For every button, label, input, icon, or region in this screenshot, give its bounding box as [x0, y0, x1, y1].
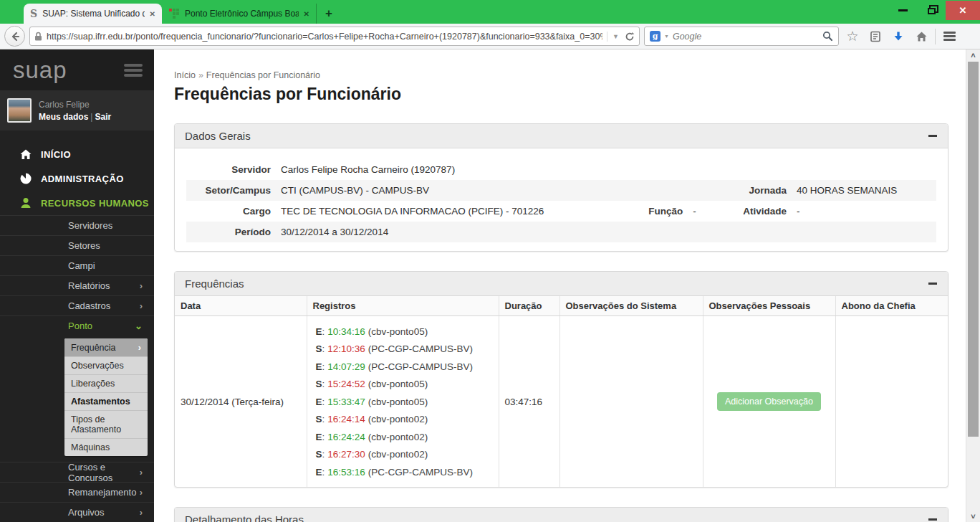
menu-button[interactable] — [940, 27, 959, 46]
bookmark-star-button[interactable]: ☆ — [843, 27, 862, 46]
tab-title: SUAP: Sistema Unificado de A... — [42, 9, 144, 19]
url-text[interactable]: https://suap.ifrr.edu.br/ponto/frequenci… — [47, 32, 602, 42]
registro-entry: S:15:24:52(cbv-ponto05) — [316, 377, 490, 391]
restore-button[interactable] — [917, 1, 946, 20]
sidebar-item-arquivos[interactable]: Arquivos› — [0, 502, 154, 522]
meus-dados-link[interactable]: Meus dados — [39, 112, 88, 122]
tab-suap[interactable]: S SUAP: Sistema Unificado de A... ✕ — [24, 4, 162, 24]
breadcrumb: Início»Frequências por Funcionário — [174, 70, 948, 80]
sidebar-item-setores[interactable]: Setores — [0, 235, 154, 255]
collapse-button[interactable] — [928, 279, 938, 289]
field-servidor: Servidor Carlos Felipe Rocha Carneiro (1… — [186, 159, 936, 180]
scroll-down-icon[interactable]: ˅ — [966, 512, 980, 521]
cell-obs-pessoais: Adicionar Observação — [703, 316, 835, 488]
avatar — [7, 98, 32, 123]
sidebar-item-cursos-concursos[interactable]: Cursos e Concursos› — [0, 462, 154, 482]
url-dropdown-icon[interactable]: ▼ — [612, 33, 619, 40]
cell-duracao: 03:47:16 — [499, 316, 559, 488]
new-tab-button[interactable]: + — [317, 4, 341, 24]
vertical-scrollbar[interactable]: ˄ ˅ — [966, 49, 980, 522]
user-name: Carlos Felipe — [39, 100, 111, 110]
cell-registros: E:10:34:16(cbv-ponto05) S:12:10:36(PC-CG… — [307, 316, 499, 488]
padlock-icon — [34, 32, 42, 41]
home-icon — [916, 31, 928, 42]
chevron-right-icon: › — [138, 342, 141, 353]
if-logo-favicon-icon — [168, 8, 180, 19]
submenu-item-frequencia[interactable]: Frequência› — [64, 338, 148, 356]
show-bookmarks-button[interactable] — [866, 27, 885, 46]
chevron-right-icon: › — [140, 507, 143, 518]
tab-close-icon[interactable]: ✕ — [304, 10, 309, 18]
sidebar-item-administracao[interactable]: ADMINISTRAÇÃO — [0, 166, 154, 191]
col-obs-sistema: Observações do Sistema — [559, 296, 703, 316]
sidebar: suap Carlos Felipe Meus dados|Sair INÍCI… — [0, 49, 154, 522]
breadcrumb-home-link[interactable]: Início — [174, 70, 196, 80]
person-icon — [20, 197, 32, 209]
panel-title: Dados Gerais — [185, 130, 928, 142]
download-arrow-icon — [893, 31, 904, 42]
submenu-item-maquinas[interactable]: Máquinas — [64, 438, 148, 456]
submenu-item-afastamentos[interactable]: Afastamentos — [64, 392, 148, 410]
breadcrumb-current: Frequências por Funcionário — [206, 70, 320, 80]
search-icon[interactable] — [822, 31, 833, 42]
pie-chart-icon — [20, 173, 32, 184]
registro-entry: E:16:24:24(cbv-ponto02) — [316, 430, 490, 444]
window-controls: ✕ — [888, 0, 980, 20]
sidebar-item-campi[interactable]: Campi — [0, 255, 154, 275]
sidebar-item-servidores[interactable]: Servidores — [0, 215, 154, 235]
chevron-right-icon: › — [140, 280, 143, 291]
chevron-right-icon: › — [140, 487, 143, 498]
col-obs-pessoais: Observações Pessoais — [703, 296, 835, 316]
sidebar-item-ponto[interactable]: Ponto⌄ — [0, 315, 154, 336]
frequencias-panel: Frequências Data Registros Duração Obser… — [174, 271, 948, 488]
home-button[interactable] — [912, 27, 931, 46]
suap-favicon-icon: S — [30, 8, 37, 19]
submenu-item-tipos-afastamento[interactable]: Tipos de Afastamento — [64, 410, 148, 438]
tab-close-icon[interactable]: ✕ — [150, 10, 155, 18]
suap-logo: suap — [13, 57, 67, 84]
ponto-submenu: Frequência› Observações Liberações Afast… — [64, 338, 148, 456]
chevron-right-icon: › — [140, 467, 143, 478]
url-bar[interactable]: https://suap.ifrr.edu.br/ponto/frequenci… — [29, 27, 640, 46]
search-box[interactable]: g ▼ Google — [644, 27, 839, 46]
field-periodo: Período 30/12/2014 a 30/12/2014 — [186, 222, 936, 242]
col-registros: Registros — [307, 296, 499, 316]
collapse-button[interactable] — [928, 131, 938, 141]
page-title: Frequências por Funcionário — [174, 85, 948, 104]
back-button[interactable] — [4, 26, 25, 47]
sidebar-item-relatorios[interactable]: Relatórios› — [0, 275, 154, 295]
downloads-button[interactable] — [889, 27, 908, 46]
google-favicon-icon[interactable]: g — [650, 31, 660, 42]
sidebar-item-cadastros[interactable]: Cadastros› — [0, 295, 154, 315]
home-icon — [20, 149, 32, 160]
collapse-button[interactable] — [928, 515, 938, 522]
submenu-item-liberacoes[interactable]: Liberações — [64, 374, 148, 392]
registro-entry: S:12:10:36(PC-CGP-CAMPUS-BV) — [316, 342, 490, 356]
star-icon: ☆ — [846, 28, 858, 44]
close-window-button[interactable]: ✕ — [946, 1, 980, 20]
panel-title: Frequências — [185, 277, 928, 290]
sidebar-hamburger-icon[interactable] — [124, 62, 143, 79]
scroll-up-icon[interactable]: ˄ — [966, 51, 980, 60]
search-placeholder[interactable]: Google — [673, 32, 819, 42]
minimize-button[interactable] — [888, 1, 917, 20]
cell-obs-sistema — [559, 316, 703, 488]
submenu-item-observacoes[interactable]: Observações — [64, 356, 148, 374]
sidebar-item-recursos-humanos[interactable]: RECURSOS HUMANOS — [0, 191, 154, 215]
col-duracao: Duração — [499, 296, 559, 316]
search-engine-dropdown-icon[interactable]: ▼ — [664, 34, 669, 39]
sidebar-item-inicio[interactable]: INÍCIO — [0, 142, 154, 166]
browser-titlebar: S SUAP: Sistema Unificado de A... ✕ Pont… — [0, 0, 980, 24]
frequencias-table: Data Registros Duração Observações do Si… — [175, 296, 948, 487]
adicionar-observacao-button[interactable]: Adicionar Observação — [717, 392, 821, 411]
sair-link[interactable]: Sair — [95, 112, 111, 122]
registro-entry: E:15:33:47(cbv-ponto05) — [316, 395, 490, 409]
cell-data: 30/12/2014 (Terça-feira) — [175, 316, 307, 488]
sidebar-item-remanejamento[interactable]: Remanejamento› — [0, 482, 154, 502]
chevron-down-icon: ⌄ — [135, 321, 143, 331]
scrollbar-thumb[interactable] — [968, 62, 979, 437]
tab-ponto-eletronico[interactable]: Ponto Eletrônico Câmpus Boa ... ✕ — [162, 4, 317, 24]
detalhamento-panel: Detalhamento das Horas — [174, 507, 948, 522]
dados-gerais-panel: Dados Gerais Servidor Carlos Felipe Roch… — [174, 123, 948, 252]
reload-icon[interactable] — [625, 32, 635, 42]
